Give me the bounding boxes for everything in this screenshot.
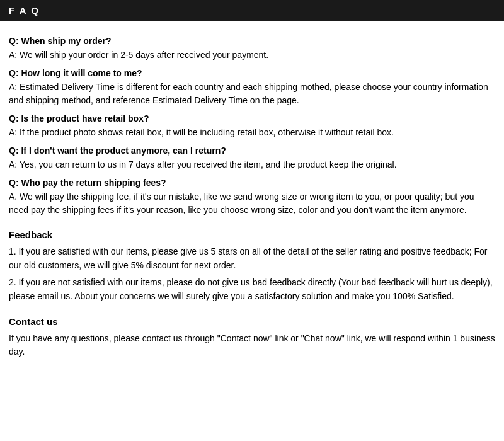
- feedback-section: Feedback 1. If you are satisfied with ou…: [9, 229, 495, 304]
- faq-question-4: Q: If I don't want the product anymore, …: [9, 146, 495, 156]
- faq-item-5: Q: Who pay the return shipping fees? A. …: [9, 178, 495, 217]
- faq-question-1: Q: When ship my order?: [9, 36, 495, 46]
- faq-question-5: Q: Who pay the return shipping fees?: [9, 178, 495, 188]
- faq-item-4: Q: If I don't want the product anymore, …: [9, 146, 495, 171]
- faq-title: F A Q: [9, 5, 40, 16]
- feedback-item-2: 2. If you are not satisfied with our ite…: [9, 276, 495, 303]
- contact-text: If you have any questions, please contac…: [9, 332, 495, 359]
- faq-question-2: Q: How long it will come to me?: [9, 68, 495, 78]
- main-content: Q: When ship my order? A: We will ship y…: [0, 27, 504, 368]
- feedback-item-1: 1. If you are satisfied with our items, …: [9, 245, 495, 272]
- faq-answer-3: A: If the product photo shows retail box…: [9, 126, 495, 139]
- faq-question-3: Q: Is the product have retail box?: [9, 113, 495, 123]
- faq-answer-4: A: Yes, you can return to us in 7 days a…: [9, 158, 495, 171]
- faq-item-1: Q: When ship my order? A: We will ship y…: [9, 36, 495, 62]
- feedback-title: Feedback: [9, 229, 495, 240]
- faq-item-2: Q: How long it will come to me? A: Estim…: [9, 68, 495, 107]
- faq-answer-1: A: We will ship your order in 2-5 days a…: [9, 49, 495, 62]
- faq-answer-5: A. We will pay the shipping fee, if it's…: [9, 190, 495, 217]
- contact-section: Contact us If you have any questions, pl…: [9, 316, 495, 359]
- faq-item-3: Q: Is the product have retail box? A: If…: [9, 113, 495, 139]
- faq-list: Q: When ship my order? A: We will ship y…: [9, 36, 495, 217]
- faq-answer-2: A: Estimated Delivery Time is different …: [9, 81, 495, 107]
- contact-title: Contact us: [9, 316, 495, 327]
- faq-header: F A Q: [0, 0, 504, 21]
